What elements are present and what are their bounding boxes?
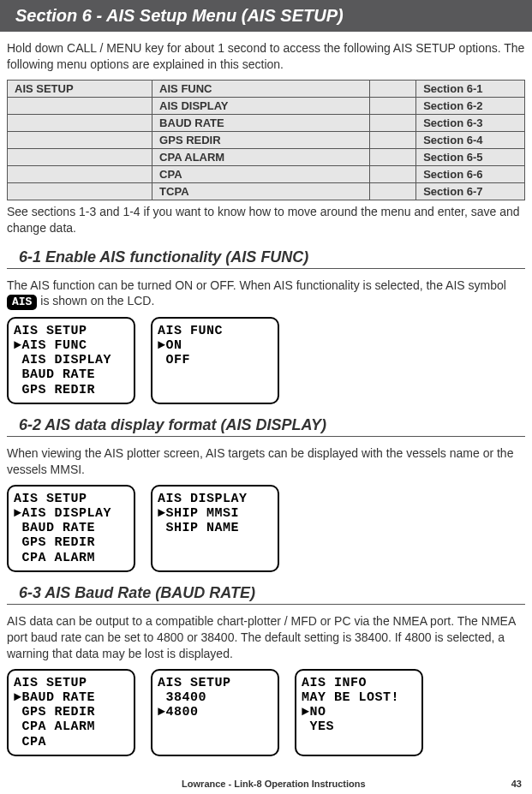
table-row: CPA Section 6-6	[8, 165, 525, 182]
cell-blank	[8, 97, 152, 114]
cell-blank	[8, 148, 152, 165]
table-row: AIS SETUP AIS FUNC Section 6-1	[8, 80, 525, 97]
cell-func: GPS REDIR	[152, 131, 370, 148]
cell-section: Section 6-7	[416, 182, 525, 200]
cell-section: Section 6-5	[416, 148, 525, 165]
lcd-row-6-3: AIS SETUP ►BAUD RATE GPS REDIR CPA ALARM…	[7, 669, 525, 756]
cell-blank	[369, 114, 415, 131]
cell-setup: AIS SETUP	[8, 80, 152, 97]
cell-blank	[8, 114, 152, 131]
text-before: The AIS function can be turned ON or OFF…	[7, 278, 506, 292]
lcd-screen: AIS FUNC ►ON OFF	[151, 317, 279, 404]
cell-section: Section 6-6	[416, 165, 525, 182]
lcd-screen: AIS SETUP ►BAUD RATE GPS REDIR CPA ALARM…	[7, 669, 135, 756]
page-footer: Lowrance - Link-8 Operation Instructions…	[0, 773, 532, 794]
lcd-row-6-2: AIS SETUP ►AIS DISPLAY BAUD RATE GPS RED…	[7, 485, 525, 572]
menu-table: AIS SETUP AIS FUNC Section 6-1 AIS DISPL…	[7, 80, 525, 200]
divider	[7, 268, 525, 269]
cell-blank	[8, 165, 152, 182]
cell-blank	[8, 182, 152, 200]
table-row: CPA ALARM Section 6-5	[8, 148, 525, 165]
cell-blank	[369, 165, 415, 182]
lcd-screen: AIS SETUP ►AIS DISPLAY BAUD RATE GPS RED…	[7, 485, 135, 572]
cell-blank	[8, 131, 152, 148]
text-after: is shown on the LCD.	[40, 294, 154, 307]
subheading-6-3: 6-3 AIS Baud Rate (BAUD RATE)	[19, 584, 525, 602]
lcd-screen: AIS INFO MAY BE LOST! ►NO YES	[295, 669, 423, 756]
paragraph-6-1: The AIS function can be turned ON or OFF…	[7, 278, 525, 310]
cell-section: Section 6-3	[416, 114, 525, 131]
intro-paragraph: Hold down CALL / MENU key for about 1 se…	[7, 40, 525, 73]
paragraph-6-2: When viewing the AIS plotter screen, AIS…	[7, 445, 525, 478]
cell-section: Section 6-2	[416, 97, 525, 114]
subheading-6-1: 6-1 Enable AIS functionality (AIS FUNC)	[19, 248, 525, 266]
cell-blank	[369, 80, 415, 97]
subheading-6-2: 6-2 AIS data display format (AIS DISPLAY…	[19, 416, 525, 434]
table-row: TCPA Section 6-7	[8, 182, 525, 200]
page-number: 43	[511, 779, 522, 789]
cell-func: CPA ALARM	[152, 148, 370, 165]
cell-func: BAUD RATE	[152, 114, 370, 131]
cell-blank	[369, 182, 415, 200]
cell-func: AIS FUNC	[152, 80, 370, 97]
divider	[7, 436, 525, 437]
table-row: BAUD RATE Section 6-3	[8, 114, 525, 131]
cell-func: AIS DISPLAY	[152, 97, 370, 114]
cell-func: CPA	[152, 165, 370, 182]
section-banner: Section 6 - AIS Setup Menu (AIS SETUP)	[0, 0, 532, 32]
after-table-paragraph: See sections 1-3 and 1-4 if you want to …	[7, 204, 525, 236]
footer-title: Lowrance - Link-8 Operation Instructions	[36, 779, 511, 789]
cell-section: Section 6-1	[416, 80, 525, 97]
cell-section: Section 6-4	[416, 131, 525, 148]
table-row: AIS DISPLAY Section 6-2	[8, 97, 525, 114]
table-row: GPS REDIR Section 6-4	[8, 131, 525, 148]
lcd-screen: AIS SETUP 38400 ►4800	[151, 669, 279, 756]
lcd-row-6-1: AIS SETUP ►AIS FUNC AIS DISPLAY BAUD RAT…	[7, 317, 525, 404]
lcd-screen: AIS SETUP ►AIS FUNC AIS DISPLAY BAUD RAT…	[7, 317, 135, 404]
cell-func: TCPA	[152, 182, 370, 200]
cell-blank	[369, 131, 415, 148]
cell-blank	[369, 148, 415, 165]
paragraph-6-3: AIS data can be output to a compatible c…	[7, 613, 525, 662]
cell-blank	[369, 97, 415, 114]
divider	[7, 604, 525, 605]
ais-chip: AIS	[7, 295, 37, 310]
lcd-screen: AIS DISPLAY ►SHIP MMSI SHIP NAME	[151, 485, 279, 572]
